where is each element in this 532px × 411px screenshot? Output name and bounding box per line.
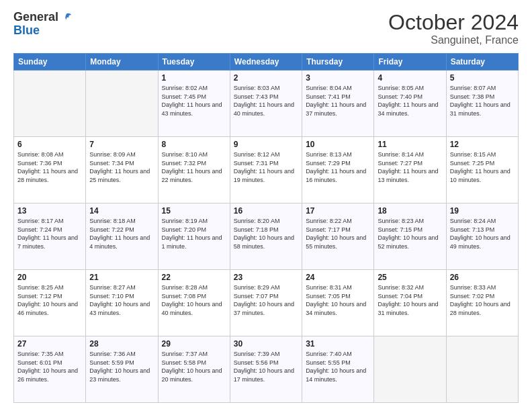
weekday-monday: Monday — [86, 54, 158, 71]
day-info: Sunrise: 8:02 AM Sunset: 7:45 PM Dayligh… — [162, 84, 226, 118]
logo-general-text: General — [13, 11, 58, 24]
week-row-4: 20Sunrise: 8:25 AM Sunset: 7:12 PM Dayli… — [14, 270, 519, 336]
weekday-thursday: Thursday — [302, 54, 374, 71]
day-info: Sunrise: 8:03 AM Sunset: 7:43 PM Dayligh… — [234, 84, 298, 118]
day-number: 30 — [234, 339, 298, 349]
day-info: Sunrise: 8:32 AM Sunset: 7:04 PM Dayligh… — [378, 283, 442, 317]
day-cell-2: 2Sunrise: 8:03 AM Sunset: 7:43 PM Daylig… — [230, 71, 302, 137]
day-cell-29: 29Sunrise: 7:37 AM Sunset: 5:58 PM Dayli… — [158, 336, 230, 403]
day-number: 4 — [378, 73, 442, 83]
day-number: 16 — [234, 206, 298, 216]
weekday-wednesday: Wednesday — [230, 54, 302, 71]
day-info: Sunrise: 7:37 AM Sunset: 5:58 PM Dayligh… — [162, 350, 226, 383]
weekday-sunday: Sunday — [14, 54, 86, 71]
day-cell-6: 6Sunrise: 8:08 AM Sunset: 7:36 PM Daylig… — [14, 137, 86, 203]
page: General Blue October 2024 Sanguinet, Fra… — [0, 0, 532, 411]
day-cell-13: 13Sunrise: 8:17 AM Sunset: 7:24 PM Dayli… — [14, 203, 86, 270]
day-cell-30: 30Sunrise: 7:39 AM Sunset: 5:56 PM Dayli… — [230, 336, 302, 403]
day-info: Sunrise: 7:40 AM Sunset: 5:55 PM Dayligh… — [306, 350, 370, 383]
day-number: 15 — [162, 206, 226, 216]
day-info: Sunrise: 7:39 AM Sunset: 5:56 PM Dayligh… — [234, 350, 298, 383]
day-cell-14: 14Sunrise: 8:18 AM Sunset: 7:22 PM Dayli… — [86, 203, 158, 270]
day-cell-15: 15Sunrise: 8:19 AM Sunset: 7:20 PM Dayli… — [158, 203, 230, 270]
day-cell-18: 18Sunrise: 8:23 AM Sunset: 7:15 PM Dayli… — [374, 203, 446, 270]
day-cell-10: 10Sunrise: 8:13 AM Sunset: 7:29 PM Dayli… — [302, 137, 374, 203]
day-number: 7 — [89, 140, 154, 149]
title-block: October 2024 Sanguinet, France — [388, 11, 519, 46]
day-info: Sunrise: 8:24 AM Sunset: 7:13 PM Dayligh… — [450, 217, 515, 250]
week-row-1: 1Sunrise: 8:02 AM Sunset: 7:45 PM Daylig… — [14, 71, 519, 137]
day-info: Sunrise: 8:31 AM Sunset: 7:05 PM Dayligh… — [306, 283, 370, 317]
logo-blue-text: Blue — [13, 24, 40, 37]
day-number: 13 — [17, 206, 82, 216]
day-info: Sunrise: 8:33 AM Sunset: 7:02 PM Dayligh… — [450, 283, 515, 317]
day-info: Sunrise: 7:35 AM Sunset: 6:01 PM Dayligh… — [17, 350, 82, 383]
day-number: 1 — [162, 73, 226, 83]
day-number: 23 — [234, 273, 298, 282]
day-cell-23: 23Sunrise: 8:29 AM Sunset: 7:07 PM Dayli… — [230, 270, 302, 336]
day-number: 11 — [378, 140, 442, 149]
day-info: Sunrise: 8:25 AM Sunset: 7:12 PM Dayligh… — [17, 283, 82, 317]
day-number: 8 — [162, 140, 226, 149]
day-cell-4: 4Sunrise: 8:05 AM Sunset: 7:40 PM Daylig… — [374, 71, 446, 137]
week-row-5: 27Sunrise: 7:35 AM Sunset: 6:01 PM Dayli… — [14, 336, 519, 403]
calendar-table: SundayMondayTuesdayWednesdayThursdayFrid… — [13, 53, 519, 403]
day-cell-5: 5Sunrise: 8:07 AM Sunset: 7:38 PM Daylig… — [446, 71, 518, 137]
day-number: 31 — [306, 339, 370, 349]
day-info: Sunrise: 8:09 AM Sunset: 7:34 PM Dayligh… — [89, 150, 154, 184]
day-number: 3 — [306, 73, 370, 83]
day-number: 22 — [162, 273, 226, 282]
calendar-subtitle: Sanguinet, France — [388, 34, 519, 46]
day-cell-8: 8Sunrise: 8:10 AM Sunset: 7:32 PM Daylig… — [158, 137, 230, 203]
day-cell-28: 28Sunrise: 7:36 AM Sunset: 5:59 PM Dayli… — [86, 336, 158, 403]
day-number: 10 — [306, 140, 370, 149]
weekday-friday: Friday — [374, 54, 446, 71]
day-cell-24: 24Sunrise: 8:31 AM Sunset: 7:05 PM Dayli… — [302, 270, 374, 336]
empty-cell — [14, 71, 86, 137]
day-cell-3: 3Sunrise: 8:04 AM Sunset: 7:41 PM Daylig… — [302, 71, 374, 137]
day-number: 19 — [450, 206, 515, 216]
day-info: Sunrise: 8:15 AM Sunset: 7:25 PM Dayligh… — [450, 150, 515, 184]
empty-cell — [374, 336, 446, 403]
day-number: 6 — [17, 140, 82, 149]
day-cell-27: 27Sunrise: 7:35 AM Sunset: 6:01 PM Dayli… — [14, 336, 86, 403]
day-cell-20: 20Sunrise: 8:25 AM Sunset: 7:12 PM Dayli… — [14, 270, 86, 336]
day-number: 20 — [17, 273, 82, 282]
day-number: 5 — [450, 73, 515, 83]
day-info: Sunrise: 8:07 AM Sunset: 7:38 PM Dayligh… — [450, 84, 515, 118]
weekday-saturday: Saturday — [446, 54, 518, 71]
day-info: Sunrise: 8:04 AM Sunset: 7:41 PM Dayligh… — [306, 84, 370, 118]
weekday-header-row: SundayMondayTuesdayWednesdayThursdayFrid… — [14, 54, 519, 71]
logo-bird-icon — [60, 11, 73, 24]
day-number: 25 — [378, 273, 442, 282]
day-info: Sunrise: 8:27 AM Sunset: 7:10 PM Dayligh… — [89, 283, 154, 317]
day-info: Sunrise: 8:08 AM Sunset: 7:36 PM Dayligh… — [17, 150, 82, 184]
day-number: 29 — [162, 339, 226, 349]
day-number: 27 — [17, 339, 82, 349]
day-info: Sunrise: 8:23 AM Sunset: 7:15 PM Dayligh… — [378, 217, 442, 250]
day-info: Sunrise: 8:05 AM Sunset: 7:40 PM Dayligh… — [378, 84, 442, 118]
day-info: Sunrise: 8:14 AM Sunset: 7:27 PM Dayligh… — [378, 150, 442, 184]
day-cell-9: 9Sunrise: 8:12 AM Sunset: 7:31 PM Daylig… — [230, 137, 302, 203]
day-info: Sunrise: 8:17 AM Sunset: 7:24 PM Dayligh… — [17, 217, 82, 250]
day-number: 14 — [89, 206, 154, 216]
day-info: Sunrise: 8:20 AM Sunset: 7:18 PM Dayligh… — [234, 217, 298, 250]
day-info: Sunrise: 8:12 AM Sunset: 7:31 PM Dayligh… — [234, 150, 298, 184]
day-info: Sunrise: 8:22 AM Sunset: 7:17 PM Dayligh… — [306, 217, 370, 250]
day-info: Sunrise: 8:18 AM Sunset: 7:22 PM Dayligh… — [89, 217, 154, 250]
day-info: Sunrise: 8:13 AM Sunset: 7:29 PM Dayligh… — [306, 150, 370, 184]
day-info: Sunrise: 8:19 AM Sunset: 7:20 PM Dayligh… — [162, 217, 226, 250]
weekday-tuesday: Tuesday — [158, 54, 230, 71]
day-info: Sunrise: 8:10 AM Sunset: 7:32 PM Dayligh… — [162, 150, 226, 184]
day-cell-22: 22Sunrise: 8:28 AM Sunset: 7:08 PM Dayli… — [158, 270, 230, 336]
day-cell-16: 16Sunrise: 8:20 AM Sunset: 7:18 PM Dayli… — [230, 203, 302, 270]
day-number: 9 — [234, 140, 298, 149]
day-number: 2 — [234, 73, 298, 83]
day-cell-11: 11Sunrise: 8:14 AM Sunset: 7:27 PM Dayli… — [374, 137, 446, 203]
day-info: Sunrise: 8:29 AM Sunset: 7:07 PM Dayligh… — [234, 283, 298, 317]
logo: General Blue — [13, 11, 73, 38]
week-row-2: 6Sunrise: 8:08 AM Sunset: 7:36 PM Daylig… — [14, 137, 519, 203]
day-cell-31: 31Sunrise: 7:40 AM Sunset: 5:55 PM Dayli… — [302, 336, 374, 403]
day-number: 24 — [306, 273, 370, 282]
day-number: 18 — [378, 206, 442, 216]
